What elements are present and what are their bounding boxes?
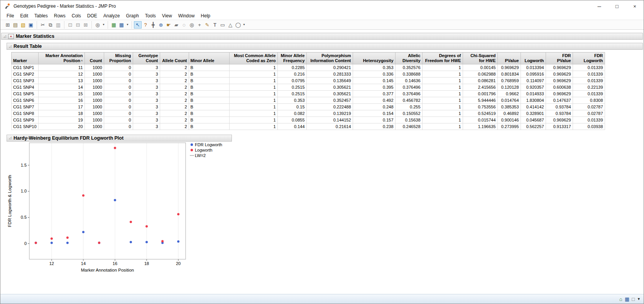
point-logworth[interactable] [35,242,37,244]
point-logworth[interactable] [82,194,85,197]
clear-row-states-icon[interactable]: ⊟ [74,21,82,29]
point-logworth[interactable] [51,237,53,240]
select-rows-icon[interactable]: ⊡ [66,21,74,29]
magnifier-tool-icon[interactable]: ◎ [188,21,196,29]
column-header-logworth[interactable]: Logworth [521,52,546,64]
cell: 0.246528 [395,123,422,130]
cut-icon[interactable]: ✂ [39,21,47,29]
point-logworth[interactable] [66,236,69,239]
text-tool-icon[interactable]: T [211,21,219,29]
menu-window[interactable]: Window [175,12,198,19]
help-tool-icon[interactable]: ? [142,21,149,29]
column-header-genotype-count[interactable]: Genotype Count [133,52,160,64]
point-fdr-logworth[interactable] [66,242,69,244]
column-header-pvalue[interactable]: PValue [497,52,521,64]
menu-tables[interactable]: Tables [31,12,51,19]
window-list-icon[interactable]: ▦ [625,297,629,302]
column-header-heterozygosity[interactable]: Heterozygosity [353,52,395,64]
point-fdr-logworth[interactable] [82,231,85,233]
point-logworth[interactable] [98,242,100,244]
column-header-degrees-of-freedom-for-hwe[interactable]: Degrees of Freedom for HWE [422,52,463,64]
point-logworth[interactable] [177,213,179,215]
column-header-allelic-diversity[interactable]: Allelic Diversity [395,52,422,64]
tools-dropdown-caret-icon[interactable]: ▾ [242,21,246,29]
paste-icon[interactable]: ▥ [54,21,62,29]
lock-icon[interactable]: ⊠ [82,21,90,29]
cell: 0.46892 [497,110,521,117]
column-header-missing-proportion[interactable]: Missing Proportion [104,52,133,64]
menu-file[interactable]: File [3,12,17,19]
save-icon[interactable]: ▣ [27,21,35,29]
menu-cols[interactable]: Cols [69,12,84,19]
column-header-allele-count[interactable]: Allele Count [160,52,189,64]
column-header-count[interactable]: Count [85,52,104,64]
distribution-icon[interactable]: ▦ [118,21,125,29]
column-header-marker[interactable]: Marker [12,52,39,64]
cell: 1 [422,97,463,103]
cell: 1 [422,90,463,97]
red-triangle-menu-button[interactable]: ▼ [8,34,14,39]
menu-tools[interactable]: Tools [142,12,159,19]
mover-tool-icon[interactable]: ╋ [149,21,157,29]
status-menu-caret-icon[interactable]: ▼ [637,297,641,301]
home-window-icon[interactable]: ⌂ [619,297,622,302]
x-tick-label: 12 [49,261,54,266]
status-box-icon[interactable]: □ [632,297,635,302]
column-header-chi-squared-for-hwe[interactable]: Chi-Squared for HWE [463,52,497,64]
new-data-table-icon[interactable]: ⊞ [4,21,12,29]
cell-marker: CG1 SNP7 [12,103,39,110]
oval-tool-icon[interactable]: ◯ [234,21,242,29]
menu-view[interactable]: View [159,12,175,19]
cell: 2 [160,103,189,110]
open-icon[interactable]: ▧ [19,21,27,29]
column-header-minor-allele-frequency[interactable]: Minor Allele Frequency [277,52,306,64]
cell: 0.920357 [521,84,546,90]
menu-graph[interactable]: Graph [123,12,142,19]
platform-dropdown-caret-icon[interactable]: ▾ [125,21,130,29]
menu-analyze[interactable]: Analyze [100,12,123,19]
menu-doe[interactable]: DOE [84,12,100,19]
column-header-most-common-allele-coded-as-zero[interactable]: Most Common Allele Coded as Zero [229,52,277,64]
point-fdr-logworth[interactable] [145,241,148,243]
disclosure-triangle-icon[interactable]: ◿ [9,136,12,140]
menu-rows[interactable]: Rows [51,12,69,19]
new-journal-icon[interactable]: ▤ [12,21,19,29]
point-logworth[interactable] [130,221,132,223]
point-logworth[interactable] [114,147,116,149]
callout-tool-icon[interactable]: ▭ [219,21,226,29]
point-logworth[interactable] [161,240,164,242]
minimize-button[interactable]: ─ [590,0,608,12]
column-header-minor-allele[interactable]: Minor Allele [189,52,229,64]
crosshair-tool-icon[interactable]: + [196,21,203,29]
zoom-icon[interactable]: ◎ [94,21,101,29]
cell: 0.082 [277,110,306,117]
point-logworth[interactable] [145,225,148,228]
arrow-tool-icon[interactable]: ↖ [134,21,142,29]
maximize-button[interactable]: □ [608,0,626,12]
cell: 0 [104,90,133,97]
disclosure-triangle-icon[interactable]: ◿ [3,35,6,38]
brush-tool-icon[interactable]: ▰ [172,21,180,29]
column-header-fdr-logworth[interactable]: FDR Logworth [573,52,605,64]
menu-help[interactable]: Help [198,12,213,19]
grabber-tool-icon[interactable]: ☛ [165,21,172,29]
globe-tool-icon[interactable]: ⊕ [157,21,165,29]
copy-icon[interactable]: ⧉ [47,21,54,29]
column-header-marker-annotation-position[interactable]: Marker Annotation Position^ [38,52,85,64]
menu-edit[interactable]: Edit [17,12,31,19]
lasso-tool-icon[interactable]: ◌ [180,21,188,29]
cell: B [189,64,229,71]
column-header-fdr-pvalue[interactable]: FDR PValue [546,52,573,64]
annotate-tool-icon[interactable]: ✎ [203,21,211,29]
cell: 0.01339 [573,90,605,97]
column-header-polymorphism-information-content[interactable]: Polymorphism Information Content [306,52,353,64]
close-button[interactable]: × [626,0,644,12]
point-fdr-logworth[interactable] [177,240,179,243]
polygon-tool-icon[interactable]: △ [226,21,234,29]
point-fdr-logworth[interactable] [51,242,53,244]
point-fdr-logworth[interactable] [114,199,116,201]
zoom-dropdown-caret-icon[interactable]: ▾ [101,21,106,29]
point-fdr-logworth[interactable] [130,241,132,243]
graph-builder-icon[interactable]: ▦ [110,21,118,29]
disclosure-triangle-icon[interactable]: ◿ [9,45,12,48]
